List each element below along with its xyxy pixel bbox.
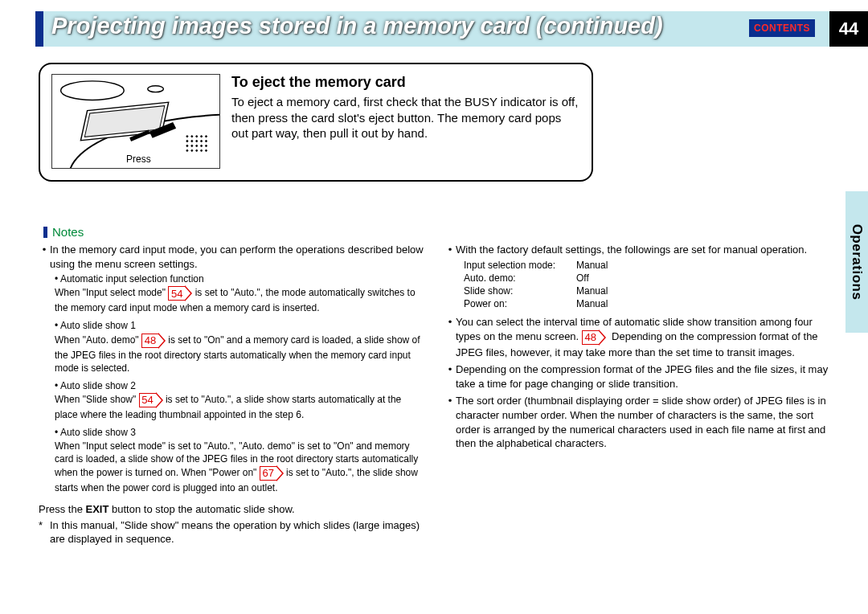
bullet-icon: • [444, 243, 456, 257]
header-stripe [35, 11, 43, 47]
svg-point-14 [196, 141, 198, 142]
svg-point-24 [196, 149, 198, 151]
default-settings-table: Input selection mode:Manual Auto. demo:O… [464, 259, 831, 311]
page-ref-54-b[interactable]: 54 [139, 392, 163, 408]
notes-left-column: • In the memory card input mode, you can… [39, 243, 425, 546]
eject-body: To eject a memory card, first check that… [231, 94, 580, 141]
sub2-title: • Auto slide show 1 [55, 319, 425, 332]
bullet-icon: • [39, 243, 50, 271]
page-ref-48[interactable]: 48 [141, 333, 166, 349]
svg-point-21 [206, 145, 207, 146]
svg-point-13 [191, 141, 193, 142]
eject-text-block: To eject the memory card To eject a memo… [220, 74, 580, 170]
sub3-body: When "Slide show" 54 is set to "Auto.", … [55, 392, 425, 421]
svg-point-1 [61, 81, 125, 100]
setting-key: Auto. demo: [464, 272, 576, 284]
section-tab-operations: Operations [845, 191, 868, 333]
setting-val: Manual [576, 259, 608, 272]
notes-right-column: • With the factory default settings, the… [444, 243, 831, 546]
r2: You can select the interval time of auto… [456, 315, 831, 359]
svg-point-23 [191, 149, 193, 151]
press-label: Press [126, 154, 151, 165]
svg-point-8 [191, 136, 193, 137]
eject-card-callout: Press To eject the memory card To eject … [39, 63, 593, 182]
press-exit-line: Press the EXIT button to stop the automa… [39, 502, 425, 517]
left-intro: In the memory card input mode, you can p… [50, 243, 425, 271]
sub1-title: • Automatic input selection function [55, 272, 425, 285]
svg-point-17 [186, 145, 188, 146]
footnote: * In this manual, "Slide show" means the… [39, 518, 425, 546]
svg-point-2 [148, 86, 164, 92]
pageref-arrow-icon [185, 285, 192, 301]
pageref-arrow-icon [276, 465, 284, 481]
eject-illustration: Press [51, 74, 220, 169]
page-ref-67[interactable]: 67 [260, 465, 284, 481]
sub3-title: • Auto slide show 2 [55, 379, 425, 392]
r4: The sort order (thumbnail displaying ord… [456, 394, 831, 450]
notes-columns: • In the memory card input mode, you can… [39, 243, 831, 546]
svg-point-11 [206, 136, 207, 137]
svg-point-20 [201, 145, 203, 146]
pageref-arrow-icon [158, 333, 166, 349]
sub4-body: When "Input select mode" is set to "Auto… [55, 440, 425, 495]
asterisk-icon: * [39, 518, 50, 546]
sub1-body: When "Input select mode" 54 is set to "A… [55, 285, 425, 314]
svg-point-7 [186, 136, 188, 137]
r3: Depending on the compression format of t… [456, 362, 831, 391]
svg-point-18 [191, 145, 193, 146]
setting-key: Slide show: [464, 284, 576, 297]
pageref-arrow-icon [599, 330, 606, 346]
bullet-icon: • [444, 394, 456, 450]
eject-heading: To eject the memory card [231, 74, 580, 91]
sub4-title: • Auto slide show 3 [55, 426, 425, 439]
notes-heading: Notes [43, 225, 84, 239]
setting-val: Off [576, 272, 589, 284]
pageref-arrow-icon [156, 392, 163, 408]
svg-point-19 [196, 145, 198, 146]
exit-button-label: EXIT [86, 503, 109, 515]
svg-point-10 [201, 136, 203, 137]
notes-bar-icon [43, 227, 47, 238]
page-ref-48-b[interactable]: 48 [582, 330, 606, 346]
setting-key: Power on: [464, 297, 576, 310]
svg-point-22 [186, 149, 188, 151]
bullet-icon: • [444, 315, 456, 359]
page-title: Projecting images stored in a memory car… [51, 13, 663, 39]
setting-val: Manual [576, 284, 608, 297]
section-tab-label: Operations [849, 224, 865, 301]
svg-point-12 [186, 141, 188, 142]
setting-val: Manual [576, 297, 608, 310]
svg-point-15 [201, 141, 203, 142]
page-number: 44 [829, 11, 868, 47]
sub2-body: When "Auto. demo" 48 is set to "On" and … [55, 333, 425, 375]
page-ref-54[interactable]: 54 [168, 285, 192, 301]
svg-point-25 [201, 149, 203, 151]
svg-point-9 [196, 136, 198, 137]
r1: With the factory default settings, the f… [456, 243, 831, 257]
setting-key: Input selection mode: [464, 259, 576, 272]
contents-button[interactable]: CONTENTS [749, 19, 815, 37]
svg-point-16 [206, 141, 207, 142]
bullet-icon: • [444, 362, 456, 391]
svg-point-26 [206, 149, 207, 151]
notes-label: Notes [52, 225, 84, 239]
